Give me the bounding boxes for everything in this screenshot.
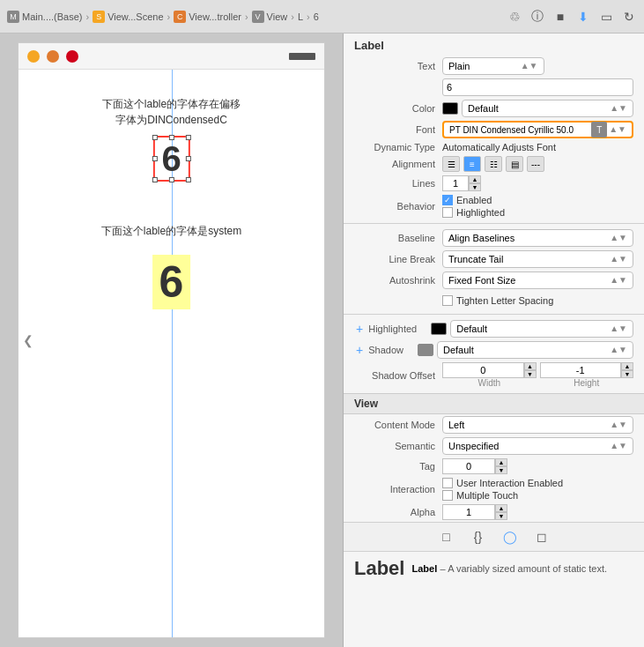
footer-description-block: Label – A variably sized amount of stati…: [411, 562, 607, 575]
handle-mr: [186, 156, 191, 161]
multiple-touch-checkbox[interactable]: [442, 490, 453, 501]
tighten-checkbox[interactable]: [442, 295, 453, 306]
footer-label-small: Label: [411, 563, 437, 574]
dynamic-type-row: Dynamic Type Automatically Adjusts Font: [344, 140, 644, 154]
lines-stepper-val: 1: [442, 175, 469, 191]
breadcrumb-3[interactable]: C View...troller: [174, 11, 241, 23]
toolbar-dot-red: [66, 50, 78, 63]
lines-stepper-down[interactable]: ▼: [469, 183, 481, 191]
shadow-height-up[interactable]: ▲: [621, 362, 633, 370]
baseline-arrow: ▲▼: [610, 234, 627, 242]
label-selected-container[interactable]: 6: [152, 136, 189, 182]
multiple-touch-label: Multiple Touch: [456, 490, 518, 501]
bottom-icon-grid[interactable]: ◻: [533, 528, 551, 546]
font-arrow: ▲▼: [609, 126, 626, 133]
baseline-select[interactable]: Align Baselines ▲▼: [442, 229, 633, 247]
tighten-row: Tighten Letter Spacing: [344, 291, 644, 310]
download-icon[interactable]: ⬇: [575, 9, 591, 25]
content-mode-select[interactable]: Left ▲▼: [442, 416, 633, 434]
alpha-stepper-down[interactable]: ▼: [495, 512, 507, 520]
footer-description: –: [440, 563, 448, 574]
breadcrumb-6: 6: [314, 11, 319, 22]
linebreak-select-value: Truncate Tail: [448, 254, 503, 264]
alpha-stepper-val[interactable]: 1: [442, 504, 495, 520]
divider-1: [344, 223, 644, 224]
text-input[interactable]: 6: [442, 78, 633, 96]
shadow-select[interactable]: Default ▲▼: [437, 341, 633, 359]
file-icon[interactable]: ♲: [507, 9, 522, 25]
breadcrumb-icon-4: V: [252, 11, 264, 23]
align-justify-btn[interactable]: ▤: [506, 156, 523, 172]
align-dash-btn[interactable]: ---: [527, 156, 544, 172]
shadow-plus-btn[interactable]: +: [354, 343, 365, 357]
baseline-select-value: Align Baselines: [448, 233, 514, 243]
bottom-icon-braces[interactable]: {}: [470, 528, 487, 546]
enabled-checkbox[interactable]: ✓: [442, 195, 453, 205]
align-right-btn[interactable]: ☷: [485, 156, 502, 172]
text-input-value[interactable]: 6: [442, 78, 633, 96]
handle-br: [186, 177, 191, 182]
grid-icon[interactable]: ■: [552, 9, 568, 25]
tag-label: Tag: [354, 461, 442, 472]
view-section-header: View: [344, 393, 644, 414]
shadow-width-up[interactable]: ▲: [524, 362, 537, 370]
tag-stepper-down[interactable]: ▼: [495, 466, 507, 474]
tag-stepper-up[interactable]: ▲: [495, 458, 507, 466]
shadow-height-stepper: ▲ ▼: [621, 362, 633, 378]
linebreak-select[interactable]: Truncate Tail ▲▼: [442, 250, 633, 268]
label-selected-inner: 6: [152, 136, 189, 182]
shadow-arrow: ▲▼: [610, 346, 627, 353]
text-value-row: 6: [344, 77, 644, 98]
breadcrumb-4[interactable]: V View: [252, 11, 288, 23]
lines-stepper-up[interactable]: ▲: [469, 175, 481, 183]
help-icon[interactable]: ⓘ: [529, 9, 545, 25]
semantic-select[interactable]: Unspecified ▲▼: [442, 437, 633, 455]
breadcrumb[interactable]: M Main....(Base): [7, 11, 82, 23]
library-icon[interactable]: ▭: [598, 9, 614, 25]
highlighted-color-select[interactable]: Default ▲▼: [450, 320, 633, 338]
text-value: Plain ▲▼: [442, 57, 633, 75]
shadow-width-down[interactable]: ▼: [524, 370, 537, 378]
user-interaction-row: User Interaction Enabled: [442, 478, 563, 488]
highlighted-color-label: Highlighted: [368, 324, 424, 334]
align-left-btn[interactable]: ☰: [442, 156, 460, 172]
breadcrumb-2[interactable]: S View...Scene: [93, 11, 163, 23]
shadow-width-label: Width: [442, 378, 537, 388]
shadow-width-input[interactable]: 0: [442, 362, 524, 378]
font-t-icon[interactable]: T: [591, 122, 607, 138]
handle-tl: [152, 135, 157, 140]
linebreak-arrow: ▲▼: [610, 256, 627, 263]
tighten-value: Tighten Letter Spacing: [442, 295, 633, 306]
shadow-height-input[interactable]: -1: [540, 362, 622, 378]
text-label: Text: [354, 61, 442, 71]
handle-bl: [152, 177, 157, 182]
baseline-value: Align Baselines ▲▼: [442, 229, 633, 247]
highlighted-checkbox-row: Highlighted: [442, 207, 505, 218]
shadow-height-down[interactable]: ▼: [621, 370, 633, 378]
autoshrink-select[interactable]: Fixed Font Size ▲▼: [442, 271, 633, 289]
alpha-stepper-up[interactable]: ▲: [495, 504, 507, 512]
breadcrumb-5[interactable]: L: [298, 11, 303, 22]
canvas-inner: 下面这个lable的字体存在偏移 字体为DINCondensedC 6 下面这个…: [18, 42, 325, 638]
text-style-select[interactable]: Plain ▲▼: [442, 57, 544, 75]
highlighted-plus-btn[interactable]: +: [354, 322, 365, 336]
tighten-label: Tighten Letter Spacing: [456, 295, 553, 306]
bottom-icon-circle[interactable]: ◯: [501, 528, 519, 546]
lines-stepper-btns: ▲ ▼: [469, 175, 481, 191]
color-select[interactable]: Default ▲▼: [462, 100, 633, 117]
arrow-left-icon[interactable]: ❮: [23, 333, 33, 347]
breadcrumb-label-2: View...Scene: [107, 11, 163, 22]
breadcrumb-sep-1: ›: [85, 11, 89, 22]
label-system: 6: [152, 255, 191, 309]
font-row: Font PT DIN Condensed Cyrillic 50.0 T ▲▼: [344, 119, 644, 140]
highlighted-checkbox[interactable]: [442, 207, 453, 218]
semantic-select-value: Unspecified: [448, 441, 499, 451]
align-center-btn[interactable]: ≡: [463, 156, 481, 172]
font-select[interactable]: PT DIN Condensed Cyrillic 50.0 T ▲▼: [442, 121, 633, 138]
tag-stepper-val[interactable]: 0: [442, 458, 495, 474]
bottom-icon-file[interactable]: □: [438, 528, 455, 546]
behavior-label: Behavior: [354, 201, 442, 212]
forward-icon[interactable]: ↻: [621, 9, 637, 25]
user-interaction-checkbox[interactable]: [442, 478, 453, 488]
tag-stepper: 0 ▲ ▼: [442, 458, 507, 474]
